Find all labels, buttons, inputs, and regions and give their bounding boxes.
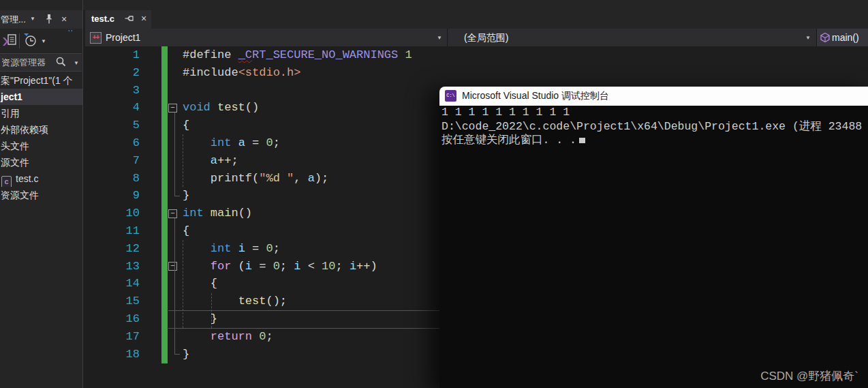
code-line[interactable]: } xyxy=(183,187,412,205)
code-token: } xyxy=(183,312,217,325)
scope-guide-foot xyxy=(174,354,180,355)
code-line[interactable]: return 0; xyxy=(183,328,412,346)
line-number[interactable]: 12 xyxy=(85,240,140,258)
solution-search-box[interactable]: 资源管理器 ▼ xyxy=(0,53,82,72)
pending-changes-filter-icon[interactable] xyxy=(23,33,38,48)
pane-header[interactable]: 管理... ▼ × xyxy=(0,10,82,29)
line-number[interactable]: 14 xyxy=(85,275,140,293)
code-line[interactable]: { xyxy=(183,222,412,240)
tree-item-label: 引用 xyxy=(1,108,20,119)
close-icon[interactable]: × xyxy=(61,13,67,25)
code-line[interactable]: } xyxy=(183,346,412,363)
code-line[interactable]: int i = 0; xyxy=(183,240,412,258)
switch-views-icon[interactable] xyxy=(1,33,18,48)
code-token: return xyxy=(211,330,252,343)
code-token: { xyxy=(183,277,217,290)
code-line[interactable] xyxy=(183,82,412,100)
pane-position-caret-icon[interactable]: ▼ xyxy=(30,16,35,22)
tree-item[interactable]: 资源文件 xyxy=(0,187,82,203)
search-icon[interactable] xyxy=(55,56,67,68)
line-number[interactable]: 7 xyxy=(85,152,140,170)
code-token: #define xyxy=(183,48,238,61)
pane-title: 管理... xyxy=(1,14,29,26)
line-number[interactable]: 11 xyxy=(85,222,140,240)
member-label: main() xyxy=(832,32,859,43)
code-token: = xyxy=(245,242,266,255)
code-token xyxy=(252,330,259,343)
line-number[interactable]: 6 xyxy=(85,134,140,152)
code-line[interactable]: } xyxy=(183,310,412,328)
code-line[interactable]: { xyxy=(183,275,412,293)
line-number[interactable]: 18 xyxy=(85,346,140,363)
console-titlebar[interactable]: C:\ Microsoft Visual Studio 调试控制台 xyxy=(439,87,868,106)
code-token: " xyxy=(280,172,294,185)
code-token: a xyxy=(308,172,315,185)
line-number[interactable]: 16 xyxy=(85,310,140,328)
fold-collapse-icon[interactable]: − xyxy=(168,262,177,271)
fold-collapse-icon[interactable]: − xyxy=(168,104,177,113)
code-token xyxy=(183,136,211,149)
line-number[interactable]: 13 xyxy=(85,258,140,275)
tree-item[interactable]: ctest.c xyxy=(0,170,82,187)
scope-guide-foot xyxy=(174,196,180,196)
scope-guide xyxy=(174,113,175,196)
tree-item[interactable]: 外部依赖项 xyxy=(0,121,82,138)
code-token: int xyxy=(211,242,232,255)
tree-item-label: 案"Project1"(1 个 xyxy=(1,75,73,86)
tree-item-label: 资源文件 xyxy=(1,190,39,200)
code-token xyxy=(211,101,217,114)
line-number[interactable]: 1 xyxy=(85,46,140,64)
search-input[interactable]: 资源管理器 xyxy=(1,57,50,68)
tab-test-c[interactable]: test.c × xyxy=(85,10,151,29)
chevron-down-icon[interactable]: ▼ xyxy=(437,35,442,41)
toolbar-overflow-icon[interactable]: ’’ xyxy=(68,29,74,37)
code-token: ); xyxy=(315,172,328,185)
code-token: i xyxy=(238,242,245,255)
code-line[interactable]: { xyxy=(183,117,412,134)
code-token: " xyxy=(259,172,266,185)
code-token: i xyxy=(294,260,300,273)
line-number[interactable]: 10 xyxy=(85,205,140,222)
code-line[interactable]: void test() xyxy=(183,99,412,117)
pin-icon[interactable] xyxy=(45,14,53,25)
search-options-caret-icon[interactable]: ▼ xyxy=(74,60,79,66)
line-number[interactable]: 5 xyxy=(85,117,140,134)
code-token: () xyxy=(238,207,252,220)
tree-item[interactable]: 源文件 xyxy=(0,154,82,170)
code-token: { xyxy=(183,119,189,132)
line-number[interactable]: 9 xyxy=(85,187,140,205)
member-dropdown[interactable]: main() xyxy=(817,29,868,46)
code-line[interactable]: #include<stdio.h> xyxy=(183,64,412,82)
line-number[interactable]: 17 xyxy=(85,328,140,346)
line-number[interactable]: 15 xyxy=(85,293,140,310)
scope-dropdown[interactable]: (全局范围) xyxy=(464,32,508,44)
console-lines: 1 1 1 1 1 1 1 1 1 1D:\code_2022\c.code\P… xyxy=(439,106,868,148)
line-number[interactable]: 4 xyxy=(85,99,140,117)
close-icon[interactable]: × xyxy=(138,13,149,24)
code-line[interactable]: a++; xyxy=(183,152,412,170)
explorer-toolbar: ▼ ’’ xyxy=(0,31,82,53)
console-line: D:\code_2022\c.code\Project1\x64\Debug\P… xyxy=(439,120,868,134)
code-line[interactable]: printf("%d ", a); xyxy=(183,170,412,188)
code-token: 0 xyxy=(259,330,266,343)
project-dropdown[interactable]: Project1 xyxy=(106,32,140,43)
filter-caret-icon[interactable]: ▼ xyxy=(41,38,46,44)
fold-collapse-icon[interactable]: − xyxy=(168,209,177,218)
tree-item[interactable]: 头文件 xyxy=(0,138,82,154)
sidebar-border[interactable] xyxy=(82,0,83,388)
tree-item[interactable]: 案"Project1"(1 个 xyxy=(0,72,82,89)
code-line[interactable]: test(); xyxy=(183,293,412,310)
code-token: ; xyxy=(273,242,280,255)
pin-icon[interactable] xyxy=(125,15,134,23)
line-number[interactable]: 3 xyxy=(85,82,140,100)
tree-item-label: 源文件 xyxy=(1,157,29,168)
code-line[interactable]: #define _CRT_SECURE_NO_WARNINGS 1 xyxy=(183,46,412,64)
code-line[interactable]: int a = 0; xyxy=(183,134,412,152)
line-number[interactable]: 2 xyxy=(85,64,140,82)
code-line[interactable]: int main() xyxy=(183,205,412,222)
chevron-down-icon[interactable]: ▼ xyxy=(805,35,811,41)
tree-item[interactable]: 引用 xyxy=(0,105,82,121)
tree-item[interactable]: ject1 xyxy=(0,89,82,105)
code-line[interactable]: for (i = 0; i < 10; i++) xyxy=(183,258,412,275)
line-number[interactable]: 8 xyxy=(85,170,140,188)
